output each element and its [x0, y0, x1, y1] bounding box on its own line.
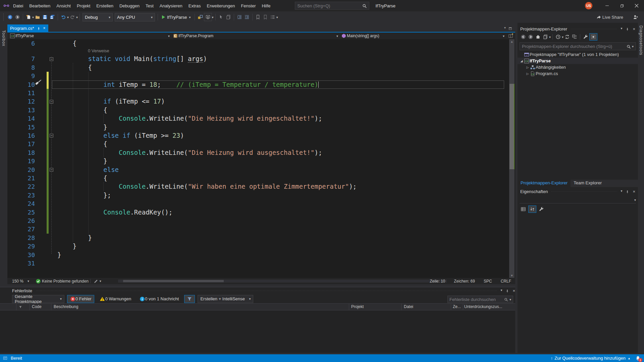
line-number[interactable]: 26 [7, 217, 35, 225]
menu-hilfe[interactable]: Hilfe [259, 3, 273, 8]
line-number[interactable]: 16 [7, 131, 35, 140]
line-number[interactable]: 19 [7, 157, 35, 165]
float-window-icon[interactable] [508, 25, 513, 31]
browser-target-dropdown-icon[interactable]: ▾ [212, 15, 214, 19]
save-icon[interactable] [41, 13, 49, 21]
startup-project-dropdown-icon[interactable]: ▾ [189, 15, 191, 19]
tab-program-cs[interactable]: Program.cs* × [7, 24, 48, 32]
line-number[interactable]: 11 [7, 89, 35, 97]
task-list-icon[interactable] [269, 13, 276, 21]
toolbox-tab[interactable]: Toolbox [1, 30, 6, 46]
code-line[interactable]: 29 } [7, 242, 515, 250]
error-source-dropdown[interactable]: Erstellen + IntelliSense▾ [198, 295, 253, 303]
pen-icon[interactable] [92, 278, 100, 285]
toggle-bookmark-icon[interactable] [254, 13, 262, 21]
column-header-beschreibung[interactable]: Beschreibung [54, 304, 78, 309]
line-number[interactable]: 27 [7, 225, 35, 233]
toolbar-grip[interactable] [3, 13, 5, 21]
code-line[interactable]: 24 [7, 199, 515, 208]
tree-item-abh-ngigkeiten[interactable]: ▷Abhängigkeiten [518, 64, 638, 70]
go-to-definition-icon[interactable] [217, 13, 225, 21]
menu-debuggen[interactable]: Debuggen [116, 3, 143, 8]
code-editor[interactable]: 6 {0 Verweise7− static void Main(string[… [7, 39, 515, 278]
panel-grip[interactable] [571, 28, 617, 29]
error-list-body[interactable] [0, 310, 515, 353]
code-line[interactable]: 12− if (iTemp <= 17) [7, 97, 515, 106]
code-line[interactable]: 19 } [7, 157, 515, 165]
errors-filter-button[interactable]: 0 Fehler [67, 295, 94, 303]
zoom-dropdown-icon[interactable]: ▾ [28, 279, 29, 283]
new-file-icon[interactable] [25, 13, 32, 21]
line-number[interactable]: 12 [7, 97, 35, 106]
column-separator[interactable] [463, 304, 463, 310]
line-number[interactable]: 25 [7, 208, 35, 217]
health-label[interactable]: Keine Probleme gefunden [42, 279, 89, 284]
line-number[interactable]: 6 [7, 39, 35, 48]
column-header-projekt[interactable]: Projekt [351, 304, 364, 309]
restore-button[interactable] [614, 0, 629, 11]
column-separator[interactable] [451, 304, 451, 310]
feedback-person-icon[interactable] [632, 13, 639, 21]
startup-project-label[interactable]: IfTryParse [167, 15, 187, 20]
menu-erweiterungen[interactable]: Erweiterungen [204, 3, 238, 8]
properties-close-icon[interactable]: × [633, 189, 635, 194]
live-share-label[interactable]: Live Share [602, 15, 623, 20]
fold-collapse-icon[interactable]: − [50, 134, 53, 137]
line-number[interactable]: 31 [7, 259, 35, 267]
menu-projekt[interactable]: Projekt [74, 3, 93, 8]
active-files-dropdown-icon[interactable]: ▾ [504, 26, 506, 29]
column-header-unterdrckungszus[interactable]: Unterdrückungszus... [464, 304, 502, 309]
navbar-member-dropdown[interactable]: Main(string[] args) ▾ [341, 33, 507, 39]
column-separator[interactable] [51, 304, 51, 310]
toolbar-overflow-icon[interactable]: ▾ [276, 15, 278, 19]
se-switch-views-icon[interactable] [542, 34, 549, 40]
line-number[interactable]: 18 [7, 148, 35, 157]
column-header-ze[interactable]: Ze... [453, 304, 461, 309]
solution-explorer-search-input[interactable]: Projektmappen-Explorer durchsuchen (Strg… [520, 42, 636, 50]
scroll-up-icon[interactable]: ▲ [509, 40, 515, 43]
pen-dropdown-icon[interactable]: ▾ [100, 279, 101, 283]
line-number[interactable]: 8 [7, 63, 35, 72]
code-line[interactable]: 7− static void Main(string[] args) [7, 55, 515, 63]
sidebar-tab-team-explorer[interactable]: Team Explorer [571, 180, 605, 187]
error-scope-dropdown[interactable]: Gesamte Projektmappe▾ [12, 295, 64, 303]
split-view-icon[interactable] [507, 32, 515, 40]
browser-target-icon[interactable] [204, 13, 212, 21]
vertical-scrollbar[interactable]: ▲▼ [509, 39, 515, 278]
zoom-level[interactable]: 150 % [12, 279, 23, 284]
error-list-search-input[interactable]: Fehlerliste durchsuchen ▾ [447, 296, 513, 303]
panel-grip[interactable] [551, 191, 617, 192]
column-separator[interactable] [349, 304, 349, 310]
navbar-project-dropdown[interactable]: C# IfTryParse ▾ [7, 33, 172, 39]
tree-item-projektmappe--iftryparse---1-von-1-projekten-[interactable]: Projektmappe "IfTryParse" (1 von 1 Proje… [518, 51, 638, 58]
messages-filter-button[interactable]: 0 von 1 Nachricht [137, 295, 181, 303]
next-bookmark-icon[interactable] [262, 13, 269, 21]
se-back-icon[interactable] [520, 34, 527, 40]
indent-icon[interactable] [236, 13, 243, 21]
se-properties-icon[interactable] [582, 34, 589, 40]
se-forward-icon[interactable] [527, 34, 534, 40]
navigate-back-icon[interactable] [6, 13, 14, 21]
warnings-filter-button[interactable]: 0 Warnungen [97, 295, 134, 303]
collapsed-arrow-icon[interactable]: ▷ [526, 66, 530, 69]
solution-explorer-pin-icon[interactable] [626, 26, 629, 32]
pin-tab-icon[interactable] [37, 26, 41, 31]
line-number[interactable]: 7 [7, 55, 35, 63]
code-line[interactable]: 30} [7, 251, 515, 259]
navbar-type-dropdown[interactable]: IfTryParse.Program ▾ [172, 33, 341, 39]
scroll-down-icon[interactable]: ▼ [509, 274, 515, 277]
open-file-icon[interactable] [34, 13, 41, 21]
line-number[interactable]: 21 [7, 174, 35, 182]
fold-collapse-icon[interactable]: − [50, 168, 53, 172]
filter-button[interactable] [184, 295, 195, 303]
menu-fenster[interactable]: Fenster [238, 3, 259, 8]
solution-explorer-close-icon[interactable]: × [633, 26, 635, 32]
tree-item-program-cs[interactable]: ▷C#Program.cs [518, 70, 638, 77]
solution-explorer-options-icon[interactable]: ▾ [621, 26, 622, 32]
diagnostics-tab[interactable]: Diagnosetools [639, 25, 643, 55]
code-line[interactable]: 17 { [7, 140, 515, 148]
menu-ansicht[interactable]: Ansicht [53, 3, 74, 8]
undo-icon[interactable] [60, 13, 67, 21]
quick-search-input[interactable]: Suchen (Strg+Q) [295, 2, 369, 10]
menu-erstellen[interactable]: Erstellen [93, 3, 116, 8]
